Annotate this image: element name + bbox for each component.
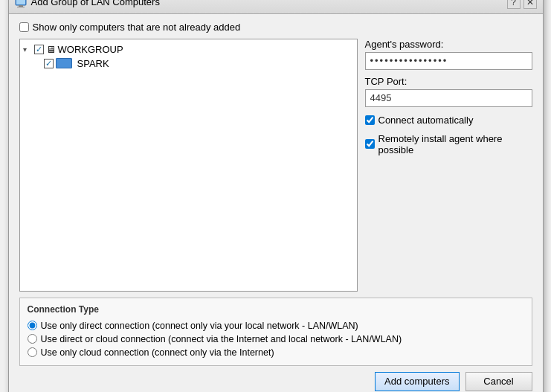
spark-label: SPARK xyxy=(77,58,109,69)
workgroup-row[interactable]: ▾ 🖥 WORKGROUP xyxy=(23,42,354,57)
radio-cloud-input[interactable] xyxy=(28,347,37,357)
connect-auto-checkbox[interactable] xyxy=(365,115,375,125)
port-input[interactable] xyxy=(365,89,532,107)
radio-direct-cloud: Use direct or cloud connection (connect … xyxy=(28,332,524,346)
connection-type-title: Connection Type xyxy=(28,304,524,315)
spark-checkbox[interactable] xyxy=(44,59,54,68)
remote-install-label: Remotely install agent where possible xyxy=(378,133,532,155)
close-button[interactable]: ✕ xyxy=(523,0,537,9)
title-bar: Add Group of LAN Computers ? ✕ xyxy=(9,0,543,14)
password-input[interactable] xyxy=(365,52,532,70)
remote-install-row: Remotely install agent where possible xyxy=(365,133,532,155)
svg-rect-3 xyxy=(16,0,25,4)
connection-type-section: Connection Type Use only direct connecti… xyxy=(19,298,532,366)
dialog-content: Show only computers that are not already… xyxy=(9,14,543,393)
radio-cloud: Use only cloud connection (connect only … xyxy=(28,346,524,359)
svg-rect-2 xyxy=(17,7,25,7)
radio-direct: Use only direct connection (connect only… xyxy=(28,319,524,332)
title-bar-left: Add Group of LAN Computers xyxy=(15,0,160,8)
radio-direct-cloud-label: Use direct or cloud connection (connect … xyxy=(41,334,402,344)
svg-rect-1 xyxy=(19,5,23,7)
main-area: ▾ 🖥 WORKGROUP SPARK Agent's pas xyxy=(19,39,532,292)
top-checkbox-row: Show only computers that are not already… xyxy=(19,22,532,33)
workgroup-checkbox[interactable] xyxy=(34,45,44,54)
help-button[interactable]: ? xyxy=(507,0,521,9)
radio-direct-cloud-input[interactable] xyxy=(28,334,37,344)
spark-row: SPARK xyxy=(44,57,354,71)
right-panel: Agent's password: TCP Port: Connect auto… xyxy=(365,39,532,292)
dialog: Add Group of LAN Computers ? ✕ Show only… xyxy=(8,0,544,392)
port-label: TCP Port: xyxy=(365,76,532,87)
workgroup-label: WORKGROUP xyxy=(58,44,123,55)
tree-panel[interactable]: ▾ 🖥 WORKGROUP SPARK xyxy=(19,39,358,292)
radio-direct-label: Use only direct connection (connect only… xyxy=(41,321,358,331)
expand-icon[interactable]: ▾ xyxy=(23,45,32,54)
show-only-checkbox[interactable] xyxy=(19,22,29,32)
spark-tree-item[interactable]: SPARK xyxy=(44,57,354,71)
workgroup-folder-icon: 🖥 xyxy=(46,44,56,55)
title-bar-controls: ? ✕ xyxy=(507,0,537,9)
cancel-button[interactable]: Cancel xyxy=(465,372,532,391)
show-only-label: Show only computers that are not already… xyxy=(33,22,241,33)
port-group: TCP Port: xyxy=(365,76,532,107)
bottom-buttons: Add computers Cancel xyxy=(19,366,532,393)
radio-cloud-label: Use only cloud connection (connect only … xyxy=(41,347,274,358)
add-computers-button[interactable]: Add computers xyxy=(375,372,459,391)
remote-install-checkbox[interactable] xyxy=(365,139,375,149)
title-text: Add Group of LAN Computers xyxy=(31,0,160,7)
password-group: Agent's password: xyxy=(365,39,532,70)
radio-direct-input[interactable] xyxy=(28,321,37,330)
spark-monitor-icon xyxy=(56,58,72,68)
connect-auto-row: Connect automatically xyxy=(365,115,532,126)
password-label: Agent's password: xyxy=(365,39,532,50)
dialog-icon xyxy=(15,0,27,8)
connect-auto-label: Connect automatically xyxy=(378,115,474,126)
